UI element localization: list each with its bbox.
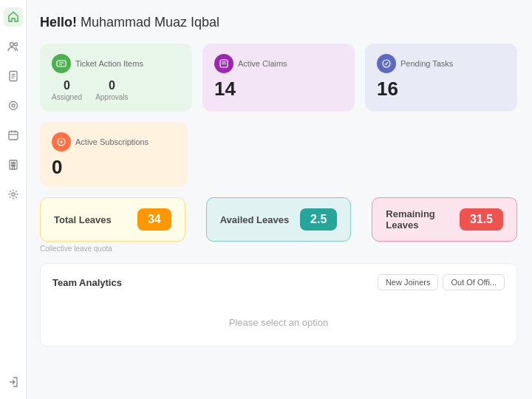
ticket-assigned-value: 0 — [64, 79, 70, 92]
out-of-office-button[interactable]: Out Of Offi... — [443, 274, 505, 290]
availed-leaves-label: Availed Leaves — [220, 214, 289, 225]
sidebar-icon-home[interactable] — [4, 7, 23, 27]
sidebar-icon-people[interactable] — [4, 37, 23, 56]
svg-point-18 — [11, 193, 14, 196]
subscriptions-icon — [52, 132, 71, 151]
sidebar-icon-document[interactable] — [4, 66, 23, 86]
sidebar-icon-circle[interactable] — [4, 96, 23, 115]
ticket-approvals-value: 0 — [109, 79, 115, 92]
analytics-title: Team Analytics — [52, 277, 122, 288]
subscriptions-card-header: Active Subscriptions — [52, 132, 176, 151]
pending-card-header: Pending Tasks — [377, 54, 505, 73]
claims-card: Active Claims 14 — [202, 44, 355, 112]
pending-card: Pending Tasks 16 — [365, 44, 517, 112]
svg-rect-17 — [12, 167, 14, 169]
ticket-title: Ticket Action Items — [75, 59, 143, 68]
pending-title: Pending Tasks — [400, 59, 453, 68]
availed-leaves-card: Availed Leaves 2.5 — [206, 197, 352, 242]
sidebar — [0, 0, 27, 399]
svg-point-1 — [14, 43, 17, 46]
svg-point-0 — [10, 43, 13, 47]
top-cards-row: Ticket Action Items 0 Assigned 0 Approva… — [40, 44, 517, 112]
header: Hello! Muhammad Muaz Iqbal — [40, 15, 517, 30]
svg-rect-13 — [11, 163, 13, 164]
analytics-section: Team Analytics New Joiners Out Of Offi..… — [40, 263, 517, 347]
subscriptions-title: Active Subscriptions — [75, 137, 149, 146]
second-cards-row: Active Subscriptions 0 — [40, 122, 202, 187]
remaining-leaves-label: Remaining Leaves — [386, 208, 460, 231]
total-leaves-value: 34 — [137, 208, 171, 231]
claims-title: Active Claims — [238, 59, 287, 68]
pending-icon — [377, 54, 396, 73]
claims-icon — [214, 54, 233, 73]
ticket-assigned: 0 Assigned — [52, 79, 82, 101]
main-content: Hello! Muhammad Muaz Iqbal Ticket Action… — [27, 0, 532, 399]
pending-value: 16 — [377, 79, 505, 98]
availed-leaves-value: 2.5 — [300, 208, 337, 231]
ticket-assigned-label: Assigned — [52, 93, 82, 101]
svg-rect-15 — [11, 165, 13, 166]
total-leaves-card: Total Leaves 34 — [40, 197, 185, 242]
claims-card-header: Active Claims — [214, 54, 343, 73]
analytics-buttons: New Joiners Out Of Offi... — [378, 274, 505, 290]
page-greeting: Hello! Muhammad Muaz Iqbal — [40, 15, 517, 30]
claims-value: 14 — [214, 79, 343, 98]
leaves-row: Total Leaves 34 Availed Leaves 2.5 Remai… — [40, 197, 517, 242]
total-leaves-label: Total Leaves — [54, 214, 112, 225]
new-joiners-button[interactable]: New Joiners — [378, 274, 439, 290]
sidebar-icon-calendar[interactable] — [4, 126, 23, 145]
ticket-card-body: 0 Assigned 0 Approvals — [52, 79, 180, 101]
subscriptions-value: 0 — [52, 157, 176, 177]
svg-rect-16 — [13, 165, 15, 166]
analytics-placeholder: Please select an option — [52, 302, 505, 335]
svg-rect-8 — [9, 132, 18, 140]
remaining-leaves-value: 31.5 — [460, 208, 503, 231]
ticket-approvals-label: Approvals — [95, 93, 128, 101]
svg-point-6 — [9, 102, 17, 110]
svg-point-7 — [12, 104, 15, 107]
ticket-card-header: Ticket Action Items — [52, 54, 180, 73]
svg-rect-19 — [57, 61, 66, 66]
remaining-leaves-card: Remaining Leaves 31.5 — [372, 197, 517, 242]
svg-rect-14 — [13, 163, 15, 164]
sidebar-icon-settings[interactable] — [4, 185, 23, 204]
collective-label: Collective leave quota — [40, 245, 517, 253]
ticket-card: Ticket Action Items 0 Assigned 0 Approva… — [40, 44, 192, 112]
analytics-header: Team Analytics New Joiners Out Of Offi..… — [52, 274, 505, 290]
username-text: Muhammad Muaz Iqbal — [77, 15, 219, 30]
ticket-icon — [52, 54, 71, 73]
greeting-text: Hello! — [40, 15, 77, 30]
subscriptions-card: Active Subscriptions 0 — [40, 122, 188, 187]
sidebar-icon-logout[interactable] — [4, 372, 23, 392]
sidebar-icon-building[interactable] — [4, 155, 23, 174]
ticket-approvals: 0 Approvals — [95, 79, 128, 101]
